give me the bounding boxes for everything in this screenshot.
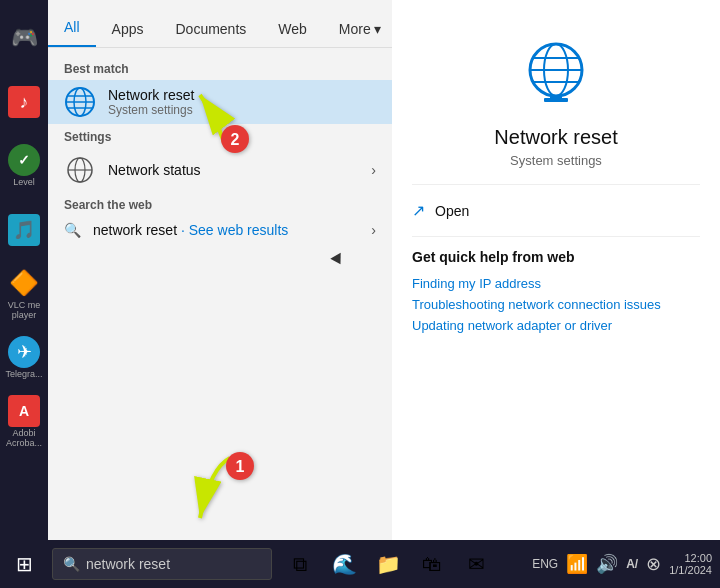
taskbar-store[interactable]: 🛍 <box>412 544 452 584</box>
telegram-icon: ✈ <box>8 336 40 368</box>
sidebar-item-level[interactable]: ✓ Level <box>2 136 46 196</box>
search-tabs: All Apps Documents Web More ▾ <box>48 0 392 48</box>
settings-label: Settings <box>48 124 392 148</box>
taskbar-system-icons: ENG 📶 🔊 A/ ⊗ 12:00 1/1/2024 <box>532 552 720 576</box>
web-search-label: Search the web <box>48 192 392 216</box>
rp-subtitle: System settings <box>510 153 602 168</box>
tab-web[interactable]: Web <box>262 21 323 47</box>
taskbar-edge[interactable]: 🌊 <box>324 544 364 584</box>
rp-header: Network reset System settings <box>412 16 700 185</box>
rp-help: Get quick help from web Finding my IP ad… <box>412 237 700 348</box>
help-item-2[interactable]: Updating network adapter or driver <box>412 315 700 336</box>
tab-documents[interactable]: Documents <box>159 21 262 47</box>
best-match-label: Best match <box>48 56 392 80</box>
autohotkey-icon[interactable]: A/ <box>626 557 638 571</box>
help-item-1[interactable]: Troubleshooting network connection issue… <box>412 294 700 315</box>
search-icon: 🔍 <box>64 222 81 238</box>
sidebar-item-telegram[interactable]: ✈ Telegra... <box>2 328 46 388</box>
network-icon[interactable]: 📶 <box>566 553 588 575</box>
music-icon: ♪ <box>8 86 40 118</box>
taskbar-search-text: network reset <box>86 556 170 572</box>
network-status-icon <box>64 154 96 186</box>
rp-open-action[interactable]: ↗ Open <box>412 195 700 226</box>
open-icon: ↗ <box>412 201 425 220</box>
sidebar: 🎮 ♪ ✓ Level 🎵 🔶 VLC me player ✈ Telegra.… <box>0 0 48 540</box>
tab-all[interactable]: All <box>48 19 96 47</box>
sidebar-item-music[interactable]: ♪ <box>2 72 46 132</box>
sidebar-item-games[interactable]: 🎮 <box>2 8 46 68</box>
network-status-text: Network status <box>108 162 201 178</box>
games-icon: 🎮 <box>11 25 38 51</box>
taskbar-apps: ⧉ 🌊 📁 🛍 ✉ <box>280 544 496 584</box>
rp-network-icon <box>516 36 596 116</box>
taskbar-search-box[interactable]: 🔍 network reset <box>52 548 272 580</box>
level-icon: ✓ <box>8 144 40 176</box>
sidebar-label-adobe: Adobi Acroba... <box>2 429 46 449</box>
sidebar-item-bandcamp[interactable]: 🎵 <box>2 200 46 260</box>
taskbar-search-icon: 🔍 <box>63 556 80 572</box>
taskbar-explorer[interactable]: 📁 <box>368 544 408 584</box>
clock: 12:00 1/1/2024 <box>669 552 712 576</box>
best-match-item[interactable]: Network reset System settings <box>48 80 392 124</box>
open-label: Open <box>435 203 469 219</box>
taskbar-mail[interactable]: ✉ <box>456 544 496 584</box>
start-menu: 🎮 ♪ ✓ Level 🎵 🔶 VLC me player ✈ Telegra.… <box>0 0 720 540</box>
sidebar-label-level: Level <box>13 178 35 188</box>
help-title: Get quick help from web <box>412 249 700 265</box>
best-match-text: Network reset System settings <box>108 87 194 117</box>
vlc-icon: 🔶 <box>8 267 40 299</box>
xbox-icon[interactable]: ⊗ <box>646 553 661 575</box>
svg-rect-14 <box>550 96 562 100</box>
help-item-0[interactable]: Finding my IP address <box>412 273 700 294</box>
rp-actions: ↗ Open <box>412 185 700 237</box>
web-search-item[interactable]: 🔍 network reset · See web results › <box>48 216 392 244</box>
start-button[interactable]: ⊞ <box>0 540 48 588</box>
sidebar-item-vlc[interactable]: 🔶 VLC me player <box>2 264 46 324</box>
search-panel: All Apps Documents Web More ▾ Best match <box>48 0 392 540</box>
volume-icon[interactable]: 🔊 <box>596 553 618 575</box>
rp-title: Network reset <box>494 126 617 149</box>
tab-apps[interactable]: Apps <box>96 21 160 47</box>
language-icon: ENG <box>532 557 558 571</box>
search-results: Best match Network reset System settings <box>48 48 392 540</box>
web-search-query: network reset · See web results <box>93 222 288 238</box>
sidebar-label-vlc: VLC me player <box>2 301 46 321</box>
sidebar-item-adobe[interactable]: A Adobi Acroba... <box>2 392 46 452</box>
adobe-icon: A <box>8 395 40 427</box>
sidebar-label-telegram: Telegra... <box>5 370 42 380</box>
taskbar: ⊞ 🔍 network reset ⧉ 🌊 📁 🛍 ✉ ENG 📶 🔊 A/ ⊗… <box>0 540 720 588</box>
bandcamp-icon: 🎵 <box>8 214 40 246</box>
tab-more[interactable]: More ▾ <box>323 21 397 47</box>
network-reset-icon <box>64 86 96 118</box>
taskbar-task-view[interactable]: ⧉ <box>280 544 320 584</box>
network-status-item[interactable]: Network status › <box>48 148 392 192</box>
right-panel: Network reset System settings ↗ Open Get… <box>392 0 720 540</box>
